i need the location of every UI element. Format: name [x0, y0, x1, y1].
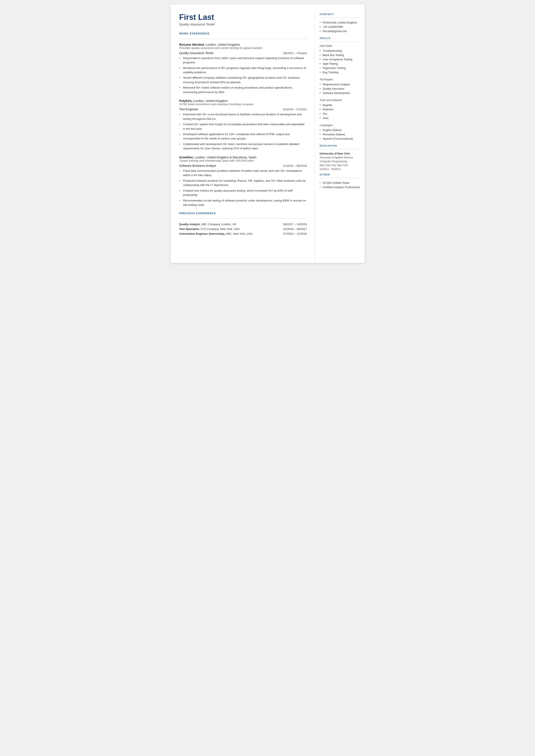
job-row: Test Engineer 10/2019 – 07/2021 — [179, 107, 307, 111]
bullet-item: Collaborated with development 30+ team m… — [179, 142, 307, 151]
company-location: London, United Kingdom — [205, 43, 240, 46]
candidate-name: First Last — [179, 13, 307, 21]
skill-troubleshooting: Troubleshooting — [320, 49, 360, 53]
edu-field: Computer Programming — [320, 159, 360, 163]
prev-exp-dates: 01/2016 – 05/2017 — [283, 227, 307, 231]
contact-heading: CONTACT — [320, 13, 360, 15]
bullet-list: Fixed data communication problems betwee… — [179, 169, 307, 207]
company-block-resumeworded: Resume Worded, London, United Kingdom Pr… — [179, 43, 307, 95]
tool-redmine: Redmine — [320, 107, 360, 112]
bullet-item: Fixed data communication problems betwee… — [179, 169, 307, 178]
hard-skills-list: Troubleshooting Black Box Testing User A… — [320, 49, 360, 74]
company-location: London, United Kingdom — [192, 99, 228, 102]
education-section: EDUCATION University of New York Associa… — [320, 144, 360, 171]
side-divider — [320, 42, 360, 42]
job-row: Software Business Analyst 11/2018 – 09/2… — [179, 164, 307, 167]
candidate-title: Quality Assurance Tester — [179, 22, 307, 26]
prev-exp-text: Test Specialist, XYZ Company, New York, … — [179, 227, 240, 231]
company-name-polyhire: Polyhire, London, United Kingdom — [179, 99, 307, 102]
lang-spanish: Spanish (Conversational) — [320, 137, 360, 141]
skills-section: SKILLS Hard Skills: Troubleshooting Blac… — [320, 37, 360, 141]
edu-degree: Associate of Applied Science — [320, 155, 360, 159]
skill-bugtracking: Bug Tracking — [320, 70, 360, 74]
skill-blackbox: Black Box Testing — [320, 53, 360, 57]
work-experience-heading: WORK EXPERIENCE — [179, 32, 307, 35]
languages-label: Languages: — [320, 124, 360, 127]
bullet-item: Created new metrics for quality assuranc… — [179, 188, 307, 197]
company-bold: Resume Worded, — [179, 43, 205, 46]
job-dates: 08/2021 – Present — [283, 51, 307, 55]
company-bold: Growthsi, — [179, 155, 194, 159]
technique-sd: Software Development — [320, 91, 360, 95]
job-title: Software Business Analyst — [179, 164, 216, 167]
education-heading: EDUCATION — [320, 144, 360, 147]
tools-label: Tools and Software: — [320, 99, 360, 102]
skill-agile: Agile Testing — [320, 62, 360, 66]
bullet-item: Partnered with 10+ cross-functional team… — [179, 112, 307, 121]
company-tagline: Career training and membership SaaS with… — [179, 159, 307, 162]
company-tagline: Provides quality assurance and control t… — [179, 46, 307, 49]
company-location: London, United Kingdom & Barcelona, Spai… — [193, 155, 256, 159]
tool-java: Java — [320, 116, 360, 120]
prev-exp-row-0: Quality Analyst, ABC Company, London, UK… — [179, 223, 307, 226]
skill-uat: User Acceptance Testing — [320, 57, 360, 62]
bullet-list: Responded to questions from 1400+ users … — [179, 56, 307, 95]
skill-regression: Regression Testing — [320, 66, 360, 70]
other-item-0: ISTQB Certified Tester — [320, 181, 360, 185]
header: First Last Quality Assurance Tester — [179, 13, 307, 26]
previous-experience-section: PREVIOUS EXPERIENCE Quality Analyst, ABC… — [179, 212, 307, 235]
prev-exp-row-2: Automation Engineer (Internship), ABC, N… — [179, 232, 307, 235]
job-title: Quality Assurance Tester — [179, 51, 214, 55]
bullet-item: Monitored the performance of 30+ program… — [179, 66, 307, 75]
bullet-item: Tested different company software consid… — [179, 76, 307, 84]
company-name-growthsi: Growthsi, London, United Kingdom & Barce… — [179, 155, 307, 159]
side-divider — [320, 178, 360, 178]
tool-jira: Jira — [320, 112, 360, 116]
divider — [179, 39, 307, 39]
edu-school: University of New York — [320, 152, 360, 155]
tools-list: Bugzilla Redmine Jira Java — [320, 103, 360, 120]
contact-list: Portsmouth, United Kingdom +44 123456789… — [320, 20, 360, 33]
resume-container: First Last Quality Assurance Tester WORK… — [171, 4, 365, 263]
prev-exp-text: Automation Engineer (Internship), ABC, N… — [179, 232, 253, 235]
previous-experience-heading: PREVIOUS EXPERIENCE — [179, 212, 307, 215]
company-name-resumeworded: Resume Worded, London, United Kingdom — [179, 43, 307, 46]
prev-exp-dates: 06/2017 – 10/2018 — [283, 223, 307, 226]
prev-exp-row-1: Test Specialist, XYZ Company, New York, … — [179, 227, 307, 231]
bullet-list: Partnered with 10+ cross-functional team… — [179, 112, 307, 151]
tool-bugzilla: Bugzilla — [320, 103, 360, 107]
contact-address: Portsmouth, United Kingdom — [320, 20, 360, 25]
other-list: ISTQB Certified Tester Certified Analyti… — [320, 181, 360, 189]
bullet-item: Created 20+ system test scripts for acce… — [179, 122, 307, 131]
edu-dates: 10/2011 - 06/2014 — [320, 167, 360, 171]
edu-location: New York City, New York — [320, 163, 360, 167]
technique-qa: Quality Assurance — [320, 87, 360, 91]
work-experience-section: WORK EXPERIENCE Resume Worded, London, U… — [179, 32, 307, 207]
technique-req: Requirements Analysis — [320, 82, 360, 87]
lang-english: English (Native) — [320, 128, 360, 132]
contact-section: CONTACT Portsmouth, United Kingdom +44 1… — [320, 13, 360, 33]
prev-exp-dates: 07/2014 – 12/2015 — [283, 232, 307, 235]
other-item-1: Certified Analytics Professional — [320, 185, 360, 189]
other-heading: OTHER — [320, 173, 360, 176]
skills-heading: SKILLS — [320, 37, 360, 40]
company-block-polyhire: Polyhire, London, United Kingdom NYSE-li… — [179, 99, 307, 151]
main-column: First Last Quality Assurance Tester WORK… — [171, 4, 315, 263]
contact-email: first.last@gmail.com — [320, 29, 360, 33]
languages-list: English (Native) Romanian (Native) Spani… — [320, 128, 360, 141]
other-section: OTHER ISTQB Certified Tester Certified A… — [320, 173, 360, 189]
techniques-label: Techniques: — [320, 78, 360, 81]
hard-skills-label: Hard Skills: — [320, 44, 360, 47]
company-tagline: NYSE-listed recruitment and employer bra… — [179, 102, 307, 106]
divider — [179, 218, 307, 219]
company-bold: Polyhire, — [179, 99, 192, 102]
bullet-item: Developed software applications for 120+… — [179, 132, 307, 141]
contact-phone: +44 1234567890 — [320, 25, 360, 29]
bullet-item: Responded to questions from 1400+ users … — [179, 56, 307, 65]
bullet-item: Produced software products for marketing… — [179, 179, 307, 187]
job-dates: 11/2018 – 09/2019 — [283, 164, 307, 167]
bullet-item: Mentored 50+ rookie software testers on … — [179, 86, 307, 95]
edu-block: University of New York Associate of Appl… — [320, 152, 360, 171]
prev-exp-text: Quality Analyst, ABC Company, London, UK — [179, 223, 236, 226]
job-dates: 10/2019 – 07/2021 — [283, 108, 307, 111]
